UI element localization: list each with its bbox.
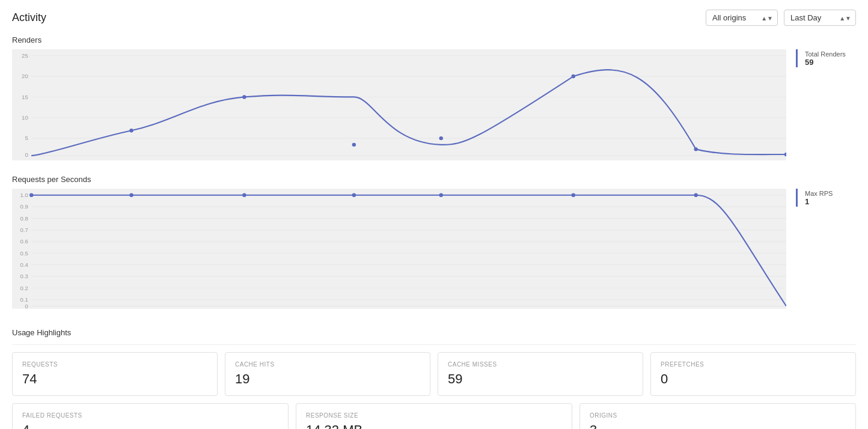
rps-legend-item: Max RPS 1 [796, 189, 856, 207]
svg-text:0.6: 0.6 [20, 238, 28, 245]
svg-point-53 [439, 193, 443, 197]
stat-label-failed-requests: FAILED REQUESTS [22, 412, 278, 419]
rps-section: Requests per Seconds 1.0 [12, 175, 856, 309]
rps-title: Requests per Seconds [12, 175, 856, 184]
rps-legend: Max RPS 1 [796, 189, 856, 207]
svg-text:0: 0 [25, 303, 28, 309]
time-select-wrapper[interactable]: Last Day Last Hour Last Week Last Month … [784, 10, 856, 26]
stat-value-response-size: 14.32 MB [306, 422, 562, 429]
svg-point-14 [352, 143, 356, 147]
rps-legend-value: 1 [805, 197, 833, 206]
svg-text:0: 0 [25, 151, 28, 158]
stat-label-requests: REQUESTS [22, 361, 207, 368]
stat-card-cache-hits: CACHE HITS 19 [225, 352, 430, 396]
origins-select[interactable]: All origins Origin 1 Origin 2 [706, 10, 778, 26]
svg-text:02:00 AM: 02:00 AM [119, 160, 144, 160]
stat-label-cache-misses: CACHE MISSES [448, 361, 633, 368]
svg-text:05:00 AM: 05:00 AM [429, 160, 453, 160]
svg-point-49 [29, 193, 33, 197]
svg-text:11:50 AM: 11:50 AM [774, 160, 786, 160]
renders-title: Renders [12, 35, 856, 44]
stats-grid-row1: REQUESTS 74 CACHE HITS 19 CACHE MISSES 5… [12, 352, 856, 396]
stat-card-prefetches: PREFETCHES 0 [650, 352, 856, 396]
svg-text:03:00 AM: 03:00 AM [232, 160, 257, 160]
stat-value-requests: 74 [22, 371, 207, 387]
svg-point-15 [439, 136, 443, 140]
divider-top [12, 344, 856, 345]
svg-point-12 [129, 129, 133, 132]
svg-text:0.2: 0.2 [20, 285, 28, 291]
renders-section: Renders 25 20 15 10 5 0 [12, 35, 856, 160]
renders-legend-line [796, 49, 798, 67]
stat-card-requests: REQUESTS 74 [12, 352, 218, 396]
stat-label-cache-hits: CACHE HITS [235, 361, 420, 368]
header-controls: All origins Origin 1 Origin 2 ▲▼ Last Da… [706, 10, 856, 26]
svg-point-17 [694, 147, 698, 151]
svg-text:10: 10 [22, 114, 28, 121]
svg-point-52 [352, 193, 356, 197]
rps-chart-area: 1.0 0.9 0.8 0.7 0.6 0.5 0.4 0.3 0.2 0.1 … [12, 189, 786, 309]
stat-card-origins: ORIGINS 3 [579, 403, 856, 429]
stat-value-origins: 3 [590, 422, 846, 429]
renders-legend-label: Total Renders [805, 50, 846, 58]
stat-value-cache-hits: 19 [235, 371, 420, 387]
svg-point-50 [129, 193, 133, 197]
svg-text:15: 15 [22, 94, 28, 100]
svg-point-51 [242, 193, 246, 197]
svg-text:0.9: 0.9 [20, 203, 28, 210]
page-header: Activity All origins Origin 1 Origin 2 ▲… [12, 10, 856, 26]
svg-point-13 [242, 95, 246, 99]
renders-legend-item: Total Renders 59 [796, 49, 856, 67]
renders-chart-container: 25 20 15 10 5 0 [12, 49, 856, 160]
usage-highlights-section: Usage Highlights REQUESTS 74 CACHE HITS … [12, 323, 856, 429]
rps-chart-container: 1.0 0.9 0.8 0.7 0.6 0.5 0.4 0.3 0.2 0.1 … [12, 189, 856, 309]
rps-legend-line [796, 189, 798, 207]
rps-chart-svg: 1.0 0.9 0.8 0.7 0.6 0.5 0.4 0.3 0.2 0.1 … [12, 189, 786, 309]
svg-text:25: 25 [22, 52, 28, 59]
svg-text:0.1: 0.1 [20, 296, 28, 303]
stat-card-response-size: RESPONSE SIZE 14.32 MB [296, 403, 572, 429]
svg-point-55 [694, 193, 697, 197]
svg-text:07:00 AM: 07:00 AM [683, 160, 708, 160]
svg-text:0.8: 0.8 [20, 215, 28, 222]
usage-highlights-title: Usage Highlights [12, 323, 856, 337]
renders-chart-svg: 25 20 15 10 5 0 [12, 49, 786, 160]
stat-card-cache-misses: CACHE MISSES 59 [438, 352, 643, 396]
svg-text:06:00 AM: 06:00 AM [561, 160, 585, 160]
stat-value-failed-requests: 4 [22, 422, 278, 429]
renders-legend-value: 59 [805, 58, 846, 67]
svg-text:0.3: 0.3 [20, 273, 28, 279]
page-title: Activity [12, 11, 46, 24]
svg-text:0.7: 0.7 [20, 227, 28, 233]
svg-text:04:00 AM: 04:00 AM [342, 160, 367, 160]
svg-text:1.0: 1.0 [20, 192, 28, 198]
svg-text:0.4: 0.4 [20, 261, 28, 268]
stats-grid-row2: FAILED REQUESTS 4 RESPONSE SIZE 14.32 MB… [12, 403, 856, 429]
stat-label-prefetches: PREFETCHES [661, 361, 846, 368]
stat-value-prefetches: 0 [661, 371, 846, 387]
svg-text:0.5: 0.5 [20, 250, 28, 257]
svg-text:5: 5 [25, 135, 28, 141]
stat-value-cache-misses: 59 [448, 371, 633, 387]
origins-select-wrapper[interactable]: All origins Origin 1 Origin 2 ▲▼ [706, 10, 778, 26]
svg-text:01:00 AM: 01:00 AM [19, 160, 44, 160]
rps-legend-label: Max RPS [805, 190, 833, 197]
stat-card-failed-requests: FAILED REQUESTS 4 [12, 403, 289, 429]
svg-point-54 [572, 193, 575, 197]
time-select[interactable]: Last Day Last Hour Last Week Last Month [784, 10, 856, 26]
renders-legend: Total Renders 59 [796, 49, 856, 67]
stat-label-response-size: RESPONSE SIZE [306, 412, 562, 419]
renders-chart-area: 25 20 15 10 5 0 [12, 49, 786, 160]
stat-label-origins: ORIGINS [590, 412, 846, 419]
svg-point-16 [572, 75, 575, 78]
svg-text:20: 20 [22, 73, 28, 79]
